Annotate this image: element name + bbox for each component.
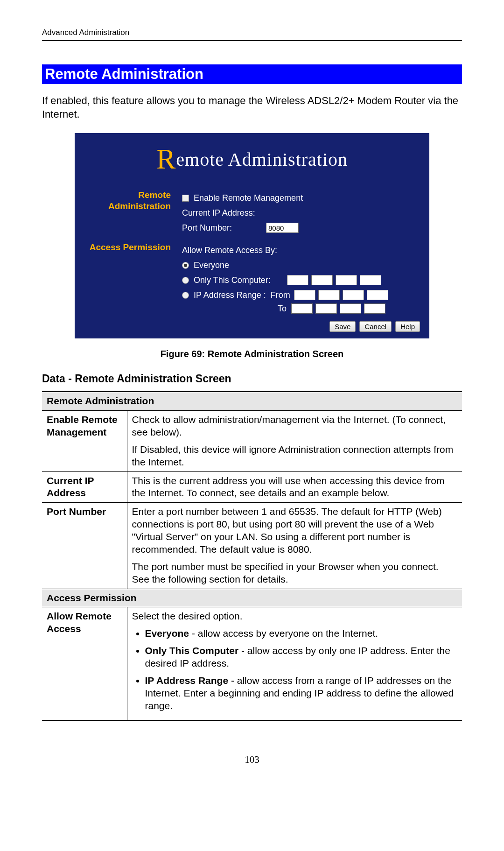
save-button[interactable]: Save xyxy=(329,321,356,332)
only-ip-oct2[interactable] xyxy=(311,275,333,285)
row-ip-p1: This is the current address you will use… xyxy=(132,475,458,500)
cancel-button[interactable]: Cancel xyxy=(359,321,392,332)
page-number: 103 xyxy=(42,754,462,766)
row-enable-p2: If Disabled, this device will ignore Adm… xyxy=(132,443,458,469)
bullet-everyone: Everyone - allow access by everyone on t… xyxy=(145,627,458,640)
help-button[interactable]: Help xyxy=(395,321,420,332)
row-port-p1: Enter a port number between 1 and 65535.… xyxy=(132,506,458,556)
category-remote-admin: Remote Administration xyxy=(42,392,462,411)
data-subheading: Data - Remote Administration Screen xyxy=(42,373,462,385)
row-port-label: Port Number xyxy=(42,503,127,589)
category-access-permission: Access Permission xyxy=(42,589,462,607)
from-ip-oct1[interactable] xyxy=(294,290,315,300)
row-allow-label: Allow Remote Access xyxy=(42,607,127,720)
row-enable-p1: Check to allow administration/management… xyxy=(132,414,458,439)
row-enable-label: Enable Remote Management xyxy=(42,411,127,472)
to-ip-oct4[interactable] xyxy=(364,303,385,314)
data-table: Remote Administration Enable Remote Mana… xyxy=(42,391,462,721)
radio-everyone-label: Everyone xyxy=(194,260,229,270)
bullet-only-this: Only This Computer - allow access by onl… xyxy=(145,645,458,670)
enable-remote-label: Enable Remote Management xyxy=(194,193,303,203)
from-ip-oct4[interactable] xyxy=(367,290,388,300)
row-ip-label: Current IP Address xyxy=(42,471,127,503)
title-rest: emote Administration xyxy=(176,149,348,170)
from-ip-oct3[interactable] xyxy=(343,290,364,300)
enable-remote-checkbox[interactable] xyxy=(182,195,189,202)
bullet-ip-range: IP Address Range - allow access from a r… xyxy=(145,675,458,712)
to-ip-oct3[interactable] xyxy=(340,303,361,314)
radio-everyone[interactable] xyxy=(182,262,189,269)
intro-paragraph: If enabled, this feature allows you to m… xyxy=(42,94,462,121)
running-header: Advanced Administration xyxy=(42,28,462,41)
port-number-label: Port Number: xyxy=(182,223,261,233)
section-title: Remote Administration xyxy=(42,64,462,84)
router-screenshot: Remote Administration Remote Administrat… xyxy=(75,133,429,338)
only-ip-oct4[interactable] xyxy=(360,275,381,285)
from-ip-oct2[interactable] xyxy=(318,290,340,300)
access-permission-section-label: Access Permission xyxy=(75,237,177,316)
title-initial: R xyxy=(156,143,176,175)
row-port-p2: The port number must be specified in you… xyxy=(132,561,458,586)
to-ip-oct2[interactable] xyxy=(315,303,337,314)
port-number-input[interactable] xyxy=(266,223,299,233)
radio-only-this[interactable] xyxy=(182,277,189,284)
radio-ip-range[interactable] xyxy=(182,292,189,299)
radio-ip-range-label: IP Address Range : xyxy=(194,290,266,300)
from-label: From xyxy=(271,290,289,300)
figure-caption: Figure 69: Remote Administration Screen xyxy=(42,349,462,359)
to-label: To xyxy=(268,304,287,314)
current-ip-label: Current IP Address: xyxy=(182,208,261,218)
remote-admin-section-label: Remote Administration xyxy=(75,189,177,237)
only-ip-oct3[interactable] xyxy=(336,275,357,285)
only-ip-oct1[interactable] xyxy=(287,275,308,285)
row-allow-intro: Select the desired option. xyxy=(132,610,458,623)
allow-remote-access-label: Allow Remote Access By: xyxy=(182,246,277,255)
radio-only-this-label: Only This Computer: xyxy=(194,275,282,285)
to-ip-oct1[interactable] xyxy=(291,303,313,314)
screenshot-title: Remote Administration xyxy=(75,133,429,189)
